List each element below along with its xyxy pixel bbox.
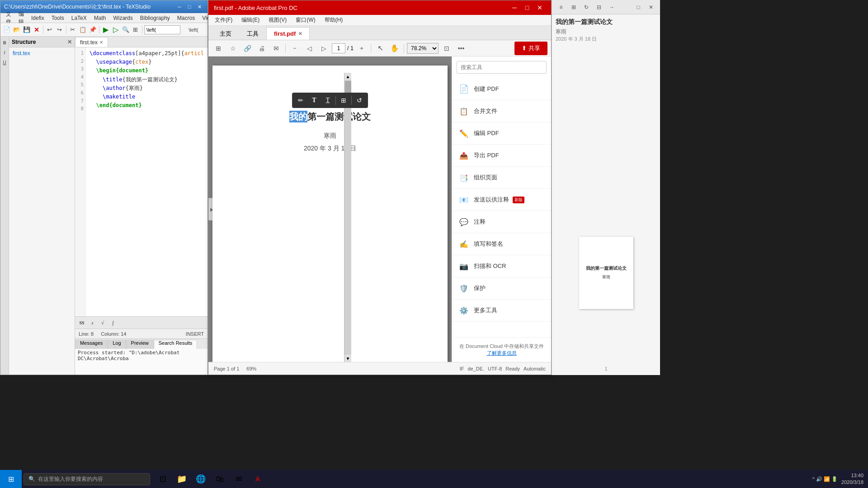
- build-button[interactable]: ▶: [101, 25, 110, 35]
- float-text2-btn[interactable]: T: [322, 94, 334, 106]
- math-sigma-btn[interactable]: 𝑥: [87, 318, 97, 328]
- fr-btn-1[interactable]: ≡: [556, 2, 566, 13]
- acrobat-menu-window[interactable]: 窗口(W): [291, 15, 320, 25]
- code-content[interactable]: \documentclass[a4paper,25pt]{articl \use…: [86, 47, 208, 316]
- math-ss-btn[interactable]: SS: [77, 318, 87, 328]
- email-btn[interactable]: ✉: [270, 42, 283, 55]
- tool-edit-pdf[interactable]: ✏️ 编辑 PDF: [452, 122, 551, 145]
- zoom-in-btn[interactable]: ＋: [355, 42, 368, 55]
- prev-page-btn[interactable]: ◁: [303, 42, 316, 55]
- menu-idefix[interactable]: Idefix: [28, 14, 48, 22]
- fr-btn-close[interactable]: ✕: [646, 2, 656, 13]
- taskbar-search[interactable]: 🔍 在这里输入你要搜索的内容: [24, 473, 150, 485]
- cursor-btn[interactable]: ↖: [374, 42, 387, 55]
- tool-send-comment[interactable]: 📧 发送以供注释 新版: [452, 189, 551, 211]
- tool-merge-files[interactable]: 📋 合并文件: [452, 100, 551, 122]
- acrobat-menu-help[interactable]: 帮助(H): [320, 15, 348, 25]
- acrobat-close[interactable]: ✕: [534, 2, 546, 13]
- acrobat-menu-file[interactable]: 文件(F): [210, 15, 237, 25]
- pdf-scrollbar[interactable]: ▲ ▼: [344, 73, 351, 362]
- pdf-viewing-area[interactable]: ▶ ◀ ✏ T T ⊞ ↺ 我的第一篇测试论文 寒雨: [208, 56, 452, 362]
- pan-btn[interactable]: ✋: [388, 42, 401, 55]
- bold-icon[interactable]: B: [0, 38, 9, 47]
- acrobat-maximize[interactable]: □: [521, 2, 533, 13]
- fr-btn-maximize[interactable]: □: [633, 2, 644, 13]
- cut-button[interactable]: ✂: [68, 25, 77, 35]
- tab-preview[interactable]: Preview: [126, 340, 154, 349]
- tool-fill-sign[interactable]: ✍️ 填写和签名: [452, 233, 551, 255]
- tool-comment[interactable]: 💬 注释: [452, 211, 551, 233]
- underline-icon[interactable]: U: [0, 58, 9, 66]
- stop-button[interactable]: 🔍: [121, 25, 130, 35]
- fr-btn-4[interactable]: ⊟: [594, 2, 604, 13]
- tool-export-pdf[interactable]: 📤 导出 PDF: [452, 145, 551, 167]
- tab-search-results[interactable]: Search Results: [154, 340, 198, 349]
- float-rotate-btn[interactable]: ↺: [354, 94, 365, 106]
- acrobat-minimize[interactable]: ─: [509, 2, 520, 13]
- fr-btn-2[interactable]: ⊞: [568, 2, 579, 13]
- tool-more[interactable]: ⚙️ 更多工具: [452, 300, 551, 322]
- italic-icon[interactable]: I: [0, 48, 9, 56]
- formula-apply[interactable]: \left(: [181, 25, 206, 35]
- close-button[interactable]: ✕: [195, 3, 204, 11]
- editor-tab-first[interactable]: first.tex ✕: [75, 37, 108, 47]
- fit-page-btn[interactable]: ⊡: [440, 42, 453, 55]
- tool-organize[interactable]: 📑 组织页面: [452, 167, 551, 189]
- taskbar-task-view[interactable]: ⊡: [154, 470, 172, 488]
- taskbar-acrobat[interactable]: A: [249, 470, 267, 488]
- tab-messages[interactable]: Messages: [75, 340, 108, 349]
- share-button[interactable]: ⬆ 共享: [514, 42, 547, 55]
- acrobat-tab-home[interactable]: 主页: [212, 27, 239, 40]
- taskbar-file-explorer[interactable]: 📁: [173, 470, 191, 488]
- build-step-button[interactable]: ▷: [111, 25, 120, 35]
- page-input[interactable]: [332, 43, 345, 53]
- menu-macros[interactable]: Macros: [174, 14, 198, 22]
- acrobat-menu-view[interactable]: 视图(V): [264, 15, 291, 25]
- print-btn[interactable]: 🖨: [255, 42, 268, 55]
- save-button[interactable]: 💾: [22, 25, 31, 35]
- formula-input[interactable]: [144, 25, 180, 34]
- tab-close-button[interactable]: ✕: [99, 40, 103, 45]
- float-pen-btn[interactable]: ✏: [295, 94, 307, 106]
- maximize-button[interactable]: □: [185, 3, 194, 11]
- new-button[interactable]: 📄: [2, 25, 11, 35]
- acrobat-tab-file[interactable]: first.pdf ✕: [266, 27, 310, 40]
- tool-create-pdf[interactable]: 📄 创建 PDF: [452, 78, 551, 100]
- learn-more-link[interactable]: 了解更多信息: [458, 350, 546, 357]
- undo-button[interactable]: ↩: [45, 25, 54, 35]
- paste-button[interactable]: 📌: [88, 25, 97, 35]
- menu-latex[interactable]: LaTeX: [68, 14, 90, 22]
- float-grid-btn[interactable]: ⊞: [338, 94, 349, 106]
- taskbar-store[interactable]: 🛍: [211, 470, 229, 488]
- float-text-btn[interactable]: T: [308, 94, 320, 106]
- acrobat-tab-close[interactable]: ✕: [298, 31, 302, 36]
- taskbar-browser[interactable]: 🌐: [192, 470, 210, 488]
- acrobat-menu-edit[interactable]: 编辑(E): [237, 15, 264, 25]
- sidebar-close-button[interactable]: ✕: [67, 39, 72, 45]
- fr-btn-5[interactable]: →: [606, 2, 617, 13]
- nav-start-btn[interactable]: ⊞: [212, 42, 225, 55]
- acrobat-tab-tools[interactable]: 工具: [239, 27, 266, 40]
- math-frac-btn[interactable]: ∫: [108, 318, 118, 328]
- zoom-out-btn[interactable]: －: [288, 42, 301, 55]
- copy-button[interactable]: 📋: [78, 25, 87, 35]
- minimize-button[interactable]: ─: [175, 3, 184, 11]
- sidebar-file-item[interactable]: first.tex: [11, 49, 73, 57]
- zoom-select[interactable]: 78.2% 69% 100%: [407, 43, 439, 54]
- search-tools-input[interactable]: [457, 61, 547, 74]
- view-button[interactable]: ⊞: [131, 25, 140, 35]
- more-tools-btn[interactable]: •••: [455, 42, 467, 55]
- scroll-up-btn[interactable]: ▲: [344, 73, 351, 80]
- tool-scan-ocr[interactable]: 📷 扫描和 OCR: [452, 255, 551, 277]
- menu-tools[interactable]: Tools: [48, 14, 68, 22]
- bookmark-btn[interactable]: ☆: [226, 42, 239, 55]
- redo-button[interactable]: ↪: [55, 25, 64, 35]
- menu-wizards[interactable]: Wizards: [109, 14, 136, 22]
- fr-btn-3[interactable]: ↻: [581, 2, 592, 13]
- open-button[interactable]: 📂: [12, 25, 21, 35]
- taskbar-mail[interactable]: ✉: [230, 470, 248, 488]
- math-sqrt-btn[interactable]: √: [98, 318, 108, 328]
- start-button[interactable]: ⊞: [0, 470, 22, 488]
- scroll-down-btn[interactable]: ▼: [344, 355, 351, 362]
- link-btn[interactable]: 🔗: [241, 42, 254, 55]
